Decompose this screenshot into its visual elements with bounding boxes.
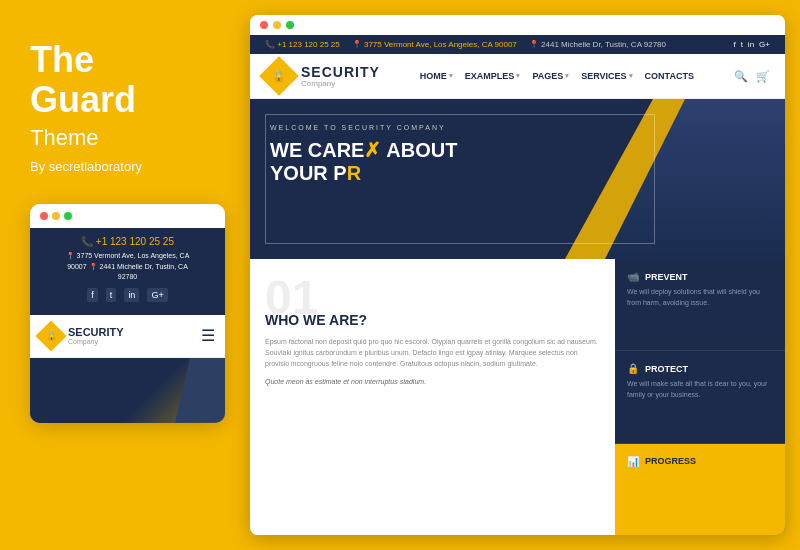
nav-item-home[interactable]: HOME ▾ xyxy=(420,71,453,81)
chevron-down-icon: ▾ xyxy=(565,72,569,80)
mobile-addr1: 📍 3775 Vermont Ave, Los Angeles, CA xyxy=(40,251,215,262)
theme-by: By secretlaboratory xyxy=(30,159,220,174)
mobile-social-row: f t in G+ xyxy=(40,283,215,307)
desktop-dot-green xyxy=(286,21,294,29)
mobile-addr3: 92780 xyxy=(40,272,215,283)
hero-line1: WE CARE✗ ABOUT xyxy=(270,139,457,161)
hero-welcome: WELCOME TO SECURITY COMPANY xyxy=(270,124,457,131)
cart-icon[interactable]: 🛒 xyxy=(756,70,770,83)
hero-p-cross: R xyxy=(347,162,361,184)
nav-item-contacts[interactable]: CONTACTS xyxy=(645,71,694,81)
feature-card-protect: 🔒 PROTECT We will make safe all that is … xyxy=(615,351,785,443)
progress-label: PROGRESS xyxy=(645,456,696,466)
desktop-hero: WELCOME TO SECURITY COMPANY WE CARE✗ ABO… xyxy=(250,99,785,259)
section-body: Epsum factorial non deposit quid pro quo… xyxy=(265,336,600,370)
mobile-logo-area: SECURITY Company xyxy=(40,325,124,347)
chevron-down-icon: ▾ xyxy=(449,72,453,80)
desktop-content: 📞 +1 123 120 25 25 📍 3775 Vermont Ave, L… xyxy=(250,35,785,535)
mobile-dot-red xyxy=(40,212,48,220)
chevron-down-icon: ▾ xyxy=(516,72,520,80)
nav-logo-text: SECURITY xyxy=(301,65,380,79)
desktop-info-social: f t in G+ xyxy=(733,40,770,49)
feature-card-prevent: 📹 PREVENT We will deploy solutions that … xyxy=(615,259,785,351)
mobile-mockup: 📞 +1 123 120 25 25 📍 3775 Vermont Ave, L… xyxy=(30,204,225,423)
section-quote: Quote meon as estimate et non interruptu… xyxy=(265,378,600,385)
desktop-main: 01 WHO WE ARE? Epsum factorial non depos… xyxy=(250,259,785,535)
search-icon[interactable]: 🔍 xyxy=(734,70,748,83)
feature-card-progress: 📊 PROGRESS xyxy=(615,444,785,535)
mobile-social-in[interactable]: in xyxy=(124,288,139,302)
feature-card-progress-title: 📊 PROGRESS xyxy=(627,456,773,467)
mobile-logo-text: SECURITY xyxy=(68,327,124,338)
mobile-social-g[interactable]: G+ xyxy=(147,288,167,302)
nav-icons: 🔍 🛒 xyxy=(734,70,770,83)
desktop-info-bar: 📞 +1 123 120 25 25 📍 3775 Vermont Ave, L… xyxy=(250,35,785,54)
desktop-main-right: 📹 PREVENT We will deploy solutions that … xyxy=(615,259,785,535)
camera-icon: 📹 xyxy=(627,271,639,282)
mobile-addresses: 📍 3775 Vermont Ave, Los Angeles, CA 9000… xyxy=(40,251,215,283)
mobile-dot-yellow xyxy=(52,212,60,220)
desktop-addr1: 📍 3775 Vermont Ave, Los Angeles, CA 9000… xyxy=(352,40,517,49)
desktop-phone: 📞 +1 123 120 25 25 xyxy=(265,40,340,49)
desktop-addr2: 📍 2441 Michelle Dr, Tustin, CA 92780 xyxy=(529,40,666,49)
chevron-down-icon: ▾ xyxy=(629,72,633,80)
mobile-header-bar: 📞 +1 123 120 25 25 📍 3775 Vermont Ave, L… xyxy=(30,228,225,315)
mobile-phone: 📞 +1 123 120 25 25 xyxy=(40,236,215,247)
protect-label: PROTECT xyxy=(645,364,688,374)
desktop-social-t[interactable]: t xyxy=(741,40,743,49)
desktop-dot-red xyxy=(260,21,268,29)
desktop-nav-items: HOME ▾ EXAMPLES ▾ PAGES ▾ SERVICES ▾ CON… xyxy=(420,71,694,81)
hero-line2: YOUR PR xyxy=(270,162,361,184)
mobile-logo-sub: Company xyxy=(68,338,124,345)
desktop-top-bar xyxy=(250,15,785,35)
theme-subtitle: Theme xyxy=(30,125,220,151)
nav-item-services[interactable]: SERVICES ▾ xyxy=(581,71,632,81)
mobile-addr2: 90007 📍 2441 Michelle Dr, Tustin, CA xyxy=(40,262,215,273)
nav-logo-diamond: 🔒 xyxy=(259,56,299,96)
mobile-logo-text-area: SECURITY Company xyxy=(68,327,124,345)
desktop-mockup: 📞 +1 123 120 25 25 📍 3775 Vermont Ave, L… xyxy=(250,15,785,535)
title-line1: The xyxy=(30,39,94,80)
theme-title: The Guard xyxy=(30,40,220,119)
hero-content: WELCOME TO SECURITY COMPANY WE CARE✗ ABO… xyxy=(270,124,457,185)
mobile-logo-icon xyxy=(35,320,66,351)
desktop-nav-logo: 🔒 SECURITY Company xyxy=(265,62,380,90)
feature-card-protect-title: 🔒 PROTECT xyxy=(627,363,773,374)
hero-cross: ✗ xyxy=(364,139,381,161)
left-panel: The Guard Theme By secretlaboratory 📞 +1… xyxy=(0,0,245,550)
chart-icon: 📊 xyxy=(627,456,639,467)
nav-logo-text-area: SECURITY Company xyxy=(301,65,380,88)
section-title: WHO WE ARE? xyxy=(265,312,600,328)
desktop-social-f[interactable]: f xyxy=(733,40,735,49)
hero-headline: WE CARE✗ ABOUT YOUR PR xyxy=(270,139,457,185)
lock-protect-icon: 🔒 xyxy=(627,363,639,374)
feature-card-protect-body: We will make safe all that is dear to yo… xyxy=(627,379,773,400)
title-line2: Guard xyxy=(30,79,136,120)
mobile-hamburger-icon[interactable]: ☰ xyxy=(201,326,215,345)
mobile-top-bar xyxy=(30,204,225,228)
mobile-hero xyxy=(30,358,225,423)
lock-icon: 🔒 xyxy=(272,70,286,83)
nav-item-examples[interactable]: EXAMPLES ▾ xyxy=(465,71,521,81)
desktop-social-in[interactable]: in xyxy=(748,40,754,49)
mobile-social-t[interactable]: t xyxy=(106,288,117,302)
feature-card-prevent-body: We will deploy solutions that will shiel… xyxy=(627,287,773,308)
feature-card-prevent-title: 📹 PREVENT xyxy=(627,271,773,282)
nav-item-pages[interactable]: PAGES ▾ xyxy=(532,71,569,81)
prevent-label: PREVENT xyxy=(645,272,688,282)
mobile-social-f[interactable]: f xyxy=(87,288,98,302)
desktop-social-g[interactable]: G+ xyxy=(759,40,770,49)
desktop-nav: 🔒 SECURITY Company HOME ▾ EXAMPLES ▾ PAG… xyxy=(250,54,785,99)
desktop-main-left: 01 WHO WE ARE? Epsum factorial non depos… xyxy=(250,259,615,535)
mobile-nav: SECURITY Company ☰ xyxy=(30,315,225,358)
nav-logo-sub: Company xyxy=(301,79,380,88)
mobile-dot-green xyxy=(64,212,72,220)
desktop-info-left: 📞 +1 123 120 25 25 📍 3775 Vermont Ave, L… xyxy=(265,40,666,49)
desktop-dot-yellow xyxy=(273,21,281,29)
right-panel: 📞 +1 123 120 25 25 📍 3775 Vermont Ave, L… xyxy=(245,0,800,550)
